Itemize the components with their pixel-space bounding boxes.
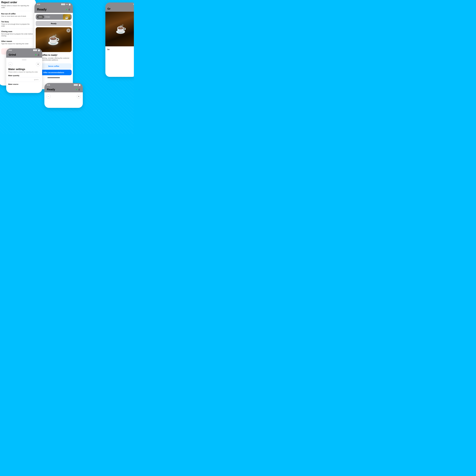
order-label: Order — [45, 16, 50, 18]
header-icons-grind: 🖨 — [35, 53, 40, 56]
status-bar-grind: 9:41 ▋▋▋▋ ▐█ — [6, 48, 42, 52]
reject-title: Reject order — [1, 1, 34, 4]
reject-option-closing-soon-desc: Not enough time to prepare the order bef… — [1, 33, 34, 37]
reject-option-closing-soon[interactable]: Closing soon Not enough time to prepare … — [1, 29, 34, 38]
wifi-icon: ▾▾▾ — [66, 4, 68, 5]
far-right-coffee-image: ☕ — [105, 12, 134, 46]
printer-icon[interactable]: 🖨 — [68, 8, 70, 11]
battery-icon-grind: ▐█ — [38, 50, 40, 51]
sheet-handle — [22, 60, 26, 60]
battery-icon: ▐█ — [68, 4, 70, 5]
close-button-grind[interactable]: ✕ — [36, 62, 40, 66]
order-card-top: #001 Order ☕ — [36, 14, 72, 20]
signal-icon-grind: ▋▋▋▋ — [33, 50, 37, 51]
water-quantity-placeholder: grams — [34, 79, 38, 81]
reject-option-closing-soon-title: Closing soon — [1, 31, 34, 33]
online-dot-ready-bottom — [76, 89, 77, 90]
reject-option-other-title: Other reason — [1, 40, 34, 42]
ready-bottom-sheet: ← ✕ — [44, 93, 83, 100]
back-button-ready-bottom[interactable]: ← — [46, 94, 51, 99]
status-time-grind: 9:41 — [9, 49, 12, 51]
home-bar-ready — [48, 77, 60, 78]
status-time-ready: 9:41 — [37, 3, 40, 5]
printer-icon-ready-bottom[interactable]: 🖨 — [78, 88, 80, 91]
reject-subtitle: Please select a reason for rejecting the… — [1, 5, 34, 8]
ready-app-header: Ready 🖨 — [34, 6, 73, 13]
status-bar-ready: 9:41 ▋▋▋▋ ▾▾▾ ▐█ — [34, 2, 73, 6]
reject-option-other-desc: Type the reason for rejecting the order — [1, 43, 34, 45]
reject-option-run-out-title: Run our of coffee — [1, 13, 34, 15]
online-status-dot-grind — [35, 54, 36, 55]
header-icons-ready: 🖨 — [66, 8, 70, 11]
status-time-far-right: 9: — [133, 3, 134, 5]
reject-option-other[interactable]: Other reason Type the reason for rejecti… — [1, 38, 34, 46]
far-right-content: be — [105, 46, 134, 77]
water-quantity-input[interactable]: grams — [8, 77, 40, 82]
water-quantity-label: Water quantity — [8, 75, 40, 76]
reject-option-too-busy-title: Too busy — [1, 21, 34, 23]
order-number-badge: #001 — [37, 15, 44, 18]
close-button-ready-bottom[interactable]: ✕ — [77, 94, 81, 99]
printer-icon-grind[interactable]: 🖨 — [37, 53, 40, 56]
online-status-dot — [66, 9, 67, 10]
grind-app-title: Grind — [9, 53, 16, 56]
far-right-title: Gr — [107, 7, 134, 10]
status-icons-grind: ▋▋▋▋ ▐█ — [33, 50, 40, 51]
header-icons-ready-bottom: 🖨 — [76, 88, 80, 91]
sheet-navigation: ← ✕ — [8, 62, 40, 66]
close-image-button[interactable]: ✕ — [67, 29, 70, 33]
signal-icon: ▋▋▋▋ — [61, 4, 65, 5]
phone-far-right: 9: Gr ☕ be — [105, 2, 134, 77]
reject-options-list: Run our of coffee One or more items are … — [0, 11, 36, 46]
reject-option-too-busy[interactable]: Too busy There is not enough time to pre… — [1, 19, 34, 29]
status-bar-far-right: 9: — [105, 2, 134, 6]
status-time-ready-bottom: 9:41 — [47, 84, 50, 86]
status-icons-ready-bottom: ▋▋▋▋ ▐█ — [74, 84, 80, 86]
coffee-steam-image: ☕ — [48, 34, 60, 46]
reject-option-run-out-desc: One or more items are out of stock — [1, 15, 34, 17]
back-button-grind[interactable]: ← — [8, 62, 12, 66]
order-card: #001 Order ☕ — [36, 14, 72, 20]
ready-status-button[interactable]: Ready — [36, 21, 72, 26]
reject-option-too-busy-desc: There is not enough time to prepare the … — [1, 23, 34, 27]
water-source-label: Water source — [8, 83, 40, 85]
reject-header: Reject order Please select a reason for … — [0, 0, 36, 11]
ready-bottom-header: Ready 🖨 — [44, 87, 83, 92]
phone-grind: 9:41 ▋▋▋▋ ▐█ Grind 🖨 ← ✕ Water settings … — [6, 48, 42, 93]
far-right-text: be — [107, 48, 110, 51]
phone-ready-bottom: 9:41 ▋▋▋▋ ▐█ Ready 🖨 ← ✕ — [44, 83, 83, 108]
status-bar-ready-bottom: 9:41 ▋▋▋▋ ▐█ — [44, 83, 83, 87]
far-right-header: Gr — [105, 6, 134, 12]
signal-icon-ready-bottom: ▋▋▋▋ — [74, 84, 78, 86]
reject-option-run-out[interactable]: Run our of coffee One or more items are … — [1, 11, 34, 19]
coffee-thumbnail: ☕ — [63, 14, 70, 20]
battery-icon-ready-bottom: ▐█ — [78, 84, 80, 86]
ready-app-title: Ready — [37, 8, 47, 11]
water-settings-sheet: ← ✕ Water settings Please select a reaso… — [6, 58, 42, 87]
coffee-image-area: ☕ ✕ — [36, 27, 72, 52]
status-icons-ready: ▋▋▋▋ ▾▾▾ ▐█ — [61, 4, 70, 5]
ready-bottom-title: Ready — [47, 88, 55, 91]
water-settings-subtitle: Please select a reason for rejecting the… — [8, 71, 40, 73]
water-settings-title: Water settings — [8, 68, 40, 71]
grind-app-header: Grind 🖨 — [6, 52, 42, 58]
